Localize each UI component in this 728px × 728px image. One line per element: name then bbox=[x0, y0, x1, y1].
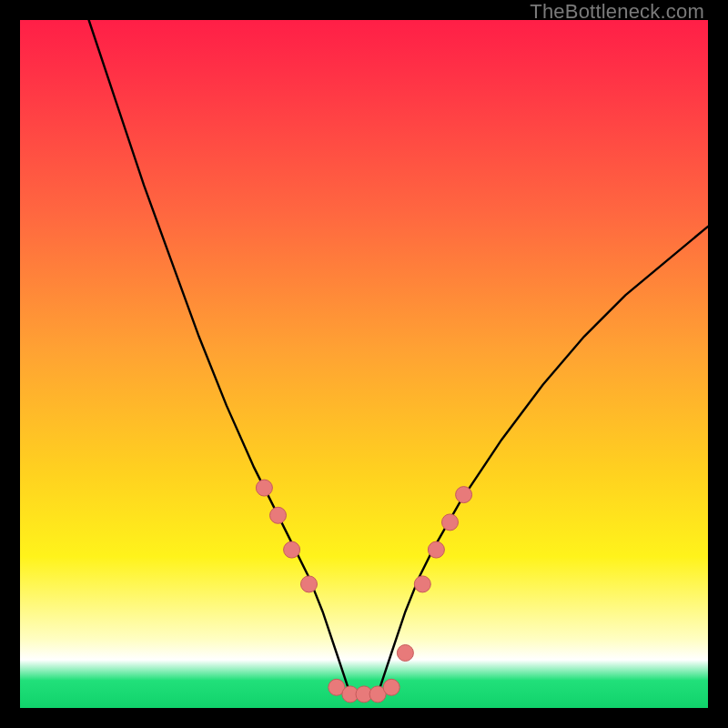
marker-point bbox=[383, 679, 399, 695]
bottleneck-curve bbox=[89, 20, 708, 694]
marker-point bbox=[414, 576, 430, 592]
plot-area bbox=[20, 20, 708, 708]
marker-point bbox=[428, 541, 444, 558]
chart-frame: TheBottleneck.com bbox=[0, 0, 728, 728]
marker-point bbox=[442, 514, 459, 531]
marker-group bbox=[256, 480, 471, 703]
marker-point bbox=[256, 480, 272, 496]
marker-point bbox=[301, 576, 318, 592]
marker-point bbox=[270, 507, 287, 523]
marker-point bbox=[284, 541, 300, 558]
marker-point bbox=[397, 645, 413, 662]
watermark-text: TheBottleneck.com bbox=[530, 0, 704, 24]
chart-svg bbox=[20, 20, 708, 708]
marker-point bbox=[456, 487, 472, 503]
